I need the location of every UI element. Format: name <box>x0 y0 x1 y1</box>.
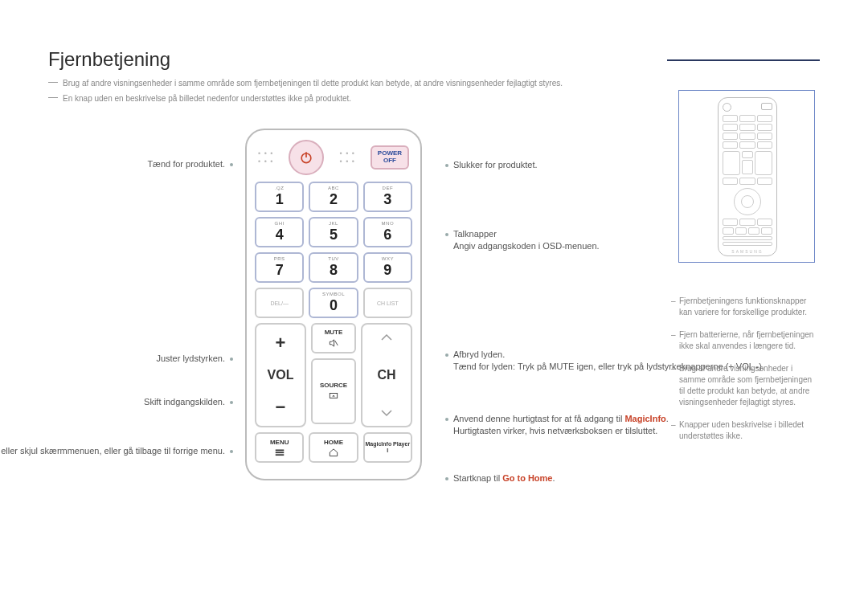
key-6[interactable]: MNO6 <box>363 217 412 247</box>
overview-figure: SAMSUNG <box>678 90 815 263</box>
brand-label: SAMSUNG <box>723 249 772 254</box>
home-button[interactable]: HOME <box>309 432 358 463</box>
ch-up-icon <box>379 333 394 342</box>
svg-line-2 <box>335 341 338 345</box>
callout-volume: Juster lydstyrken. <box>156 353 233 363</box>
callout-power-on: Tænd for produktet. <box>147 159 233 169</box>
volume-rocker[interactable]: + VOL − <box>255 323 306 427</box>
channel-rocker[interactable]: CH <box>361 323 412 427</box>
callout-home: Startknap til Go to Home. <box>445 472 555 484</box>
ir-dots-right: • • •• • • <box>340 149 355 166</box>
key-4[interactable]: GHI4 <box>255 217 304 247</box>
mute-button[interactable]: MUTE <box>311 323 356 353</box>
key-3[interactable]: DEF3 <box>363 182 412 212</box>
magicinfo-button[interactable]: MagicInfo Player I <box>363 432 412 463</box>
ch-down-icon <box>379 408 394 418</box>
ch-label: CH <box>377 368 395 382</box>
side-note-3: Brug af andre visningsenheder i samme om… <box>671 363 820 408</box>
home-icon <box>328 447 339 457</box>
source-icon <box>328 390 339 402</box>
ir-dots-left: • • •• • • <box>258 149 273 166</box>
vol-down-icon: − <box>276 397 286 418</box>
decorative-rule <box>667 59 820 61</box>
note-usage: Brug af andre visningsenheder i samme om… <box>48 77 820 89</box>
power-icon <box>298 149 314 166</box>
vol-up-icon: + <box>276 333 286 353</box>
key-2[interactable]: ABC2 <box>309 182 358 212</box>
number-keypad: .QZ1 ABC2 DEF3 GHI4 JKL5 MNO6 PRS7 TUV8 … <box>255 182 412 318</box>
key-1[interactable]: .QZ1 <box>255 182 304 212</box>
side-notes: Fjernbetjeningens funktionsknapper kan v… <box>671 296 820 453</box>
callout-power-off: Slukker for produktet. <box>445 159 538 171</box>
key-8[interactable]: TUV8 <box>309 252 358 283</box>
overview-remote: SAMSUNG <box>718 97 777 256</box>
source-button[interactable]: SOURCE <box>311 358 356 424</box>
key-chlist[interactable]: CH LIST <box>363 288 412 318</box>
side-note-2: Fjern batterierne, når fjernbetjeningen … <box>671 329 820 352</box>
callout-menu: Vis eller skjul skærmmenuen, eller gå ti… <box>0 445 233 457</box>
remote-figure: • • •• • • • • •• • • POWER OFF .QZ1 ABC… <box>241 129 426 480</box>
callout-source: Skift indgangskilden. <box>144 397 233 407</box>
svg-rect-4 <box>275 449 284 451</box>
key-9[interactable]: WXY9 <box>363 252 412 283</box>
mute-icon <box>328 337 339 349</box>
power-off-label-2: OFF <box>383 157 396 165</box>
svg-rect-6 <box>275 454 284 456</box>
menu-icon <box>274 447 285 457</box>
callout-numbers: TalknapperAngiv adgangskoden i OSD-menue… <box>445 228 600 253</box>
svg-rect-5 <box>275 452 284 453</box>
power-button[interactable] <box>289 140 324 175</box>
side-note-1: Fjernbetjeningens funktionsknapper kan v… <box>671 296 820 318</box>
key-del[interactable]: DEL/— <box>255 288 304 318</box>
key-7[interactable]: PRS7 <box>255 252 304 283</box>
menu-button[interactable]: MENU <box>255 432 304 463</box>
callout-magicinfo: Anvend denne hurtigtast for at få adgang… <box>445 413 669 438</box>
vol-label: VOL <box>268 368 294 382</box>
side-note-4: Knapper uden beskrivelse i billedet unde… <box>671 419 820 442</box>
left-callouts: Tænd for produktet. Juster lydstyrken. S… <box>48 129 241 480</box>
key-5[interactable]: JKL5 <box>309 217 358 247</box>
key-0[interactable]: SYMBOL0 <box>309 288 358 318</box>
power-off-button[interactable]: POWER OFF <box>371 145 409 170</box>
